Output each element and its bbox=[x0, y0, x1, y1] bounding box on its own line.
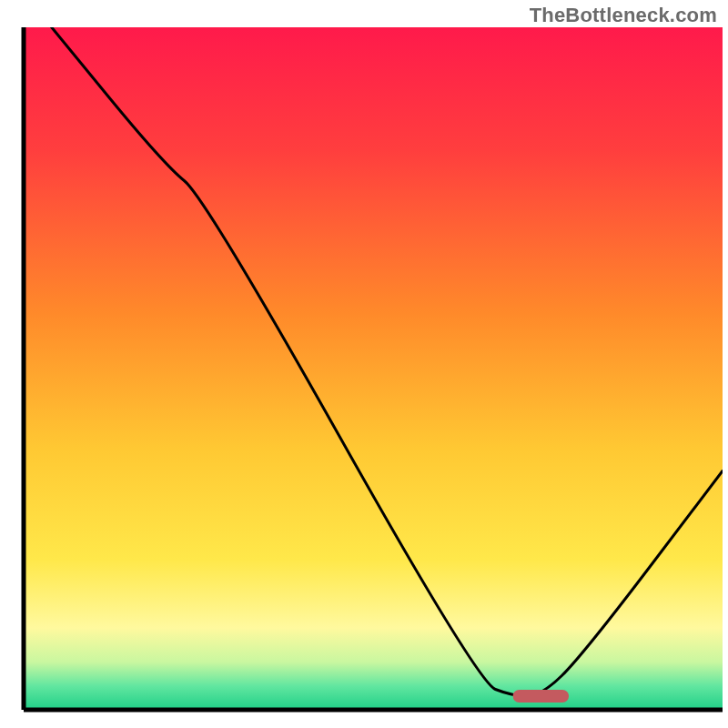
chart-container: TheBottleneck.com bbox=[0, 0, 728, 728]
optimal-marker bbox=[513, 690, 569, 703]
watermark-text: TheBottleneck.com bbox=[530, 4, 717, 27]
bottleneck-chart bbox=[0, 0, 728, 728]
